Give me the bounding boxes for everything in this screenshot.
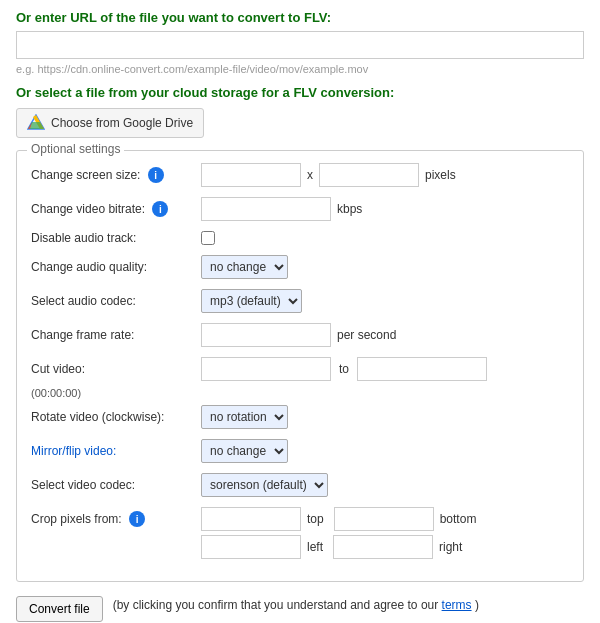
crop-info-icon[interactable]: i — [129, 511, 145, 527]
convert-row: Convert file (by clicking you confirm th… — [16, 596, 584, 622]
url-section-title: Or enter URL of the file you want to con… — [16, 10, 584, 25]
audio-quality-label: Change audio quality: — [31, 260, 201, 274]
frame-rate-row: Change frame rate: per second — [31, 323, 569, 347]
frame-rate-input[interactable] — [201, 323, 331, 347]
optional-settings-box: Optional settings Change screen size: i … — [16, 150, 584, 582]
cut-video-start-input[interactable] — [201, 357, 331, 381]
disable-audio-label: Disable audio track: — [31, 231, 201, 245]
video-bitrate-info-icon[interactable]: i — [152, 201, 168, 217]
crop-right-input[interactable] — [333, 535, 433, 559]
screen-height-input[interactable] — [319, 163, 419, 187]
crop-right-label: right — [439, 540, 462, 554]
audio-codec-select[interactable]: mp3 (default) mp2 aac none — [201, 289, 302, 313]
screen-size-row: Change screen size: i x pixels — [31, 163, 569, 187]
url-input[interactable] — [16, 31, 584, 59]
mirror-row: Mirror/flip video: no change horizontal … — [31, 439, 569, 463]
screen-size-info-icon[interactable]: i — [148, 167, 164, 183]
crop-top-input[interactable] — [201, 507, 301, 531]
convert-note: (by clicking you confirm that you unders… — [113, 596, 479, 614]
video-codec-row: Select video codec: sorenson (default) h… — [31, 473, 569, 497]
frame-rate-label: Change frame rate: — [31, 328, 201, 342]
gdrive-icon — [27, 114, 45, 132]
gdrive-btn-label: Choose from Google Drive — [51, 116, 193, 130]
crop-bottom-label: bottom — [440, 512, 477, 526]
optional-legend: Optional settings — [27, 142, 124, 156]
cloud-section: Or select a file from your cloud storage… — [16, 85, 584, 150]
per-second-label: per second — [337, 328, 396, 342]
audio-codec-label: Select audio codec: — [31, 294, 201, 308]
cloud-section-title: Or select a file from your cloud storage… — [16, 85, 584, 100]
screen-size-label: Change screen size: i — [31, 167, 201, 183]
mirror-select[interactable]: no change horizontal vertical — [201, 439, 288, 463]
rotate-label: Rotate video (clockwise): — [31, 410, 201, 424]
video-codec-label: Select video codec: — [31, 478, 201, 492]
crop-row: Crop pixels from: i top bottom left righ… — [31, 507, 569, 559]
convert-button[interactable]: Convert file — [16, 596, 103, 622]
kbps-label: kbps — [337, 202, 362, 216]
cut-video-row: Cut video: to — [31, 357, 569, 381]
to-separator: to — [339, 362, 349, 376]
url-section: Or enter URL of the file you want to con… — [16, 10, 584, 75]
video-bitrate-row: Change video bitrate: i kbps — [31, 197, 569, 221]
video-bitrate-label: Change video bitrate: i — [31, 201, 201, 217]
crop-left-label: left — [307, 540, 323, 554]
url-placeholder: e.g. https://cdn.online-convert.com/exam… — [16, 63, 584, 75]
audio-quality-select[interactable]: no change very high high normal low very… — [201, 255, 288, 279]
cut-video-label: Cut video: — [31, 362, 201, 376]
audio-quality-row: Change audio quality: no change very hig… — [31, 255, 569, 279]
screen-width-input[interactable] — [201, 163, 301, 187]
disable-audio-checkbox[interactable] — [201, 231, 215, 245]
audio-codec-row: Select audio codec: mp3 (default) mp2 aa… — [31, 289, 569, 313]
terms-link[interactable]: terms — [442, 598, 472, 612]
cut-video-end-input[interactable] — [357, 357, 487, 381]
x-separator: x — [307, 168, 313, 182]
cut-video-hint: (00:00:00) — [31, 387, 569, 399]
mirror-label: Mirror/flip video: — [31, 444, 201, 458]
rotate-row: Rotate video (clockwise): no rotation 90… — [31, 405, 569, 429]
crop-left-input[interactable] — [201, 535, 301, 559]
pixels-label: pixels — [425, 168, 456, 182]
disable-audio-row: Disable audio track: — [31, 231, 569, 245]
crop-bottom-input[interactable] — [334, 507, 434, 531]
rotate-select[interactable]: no rotation 90° 180° 270° — [201, 405, 288, 429]
video-bitrate-input[interactable] — [201, 197, 331, 221]
video-codec-select[interactable]: sorenson (default) h263 vp6 — [201, 473, 328, 497]
gdrive-button[interactable]: Choose from Google Drive — [16, 108, 204, 138]
crop-label: Crop pixels from: i — [31, 511, 201, 527]
crop-top-label: top — [307, 512, 324, 526]
